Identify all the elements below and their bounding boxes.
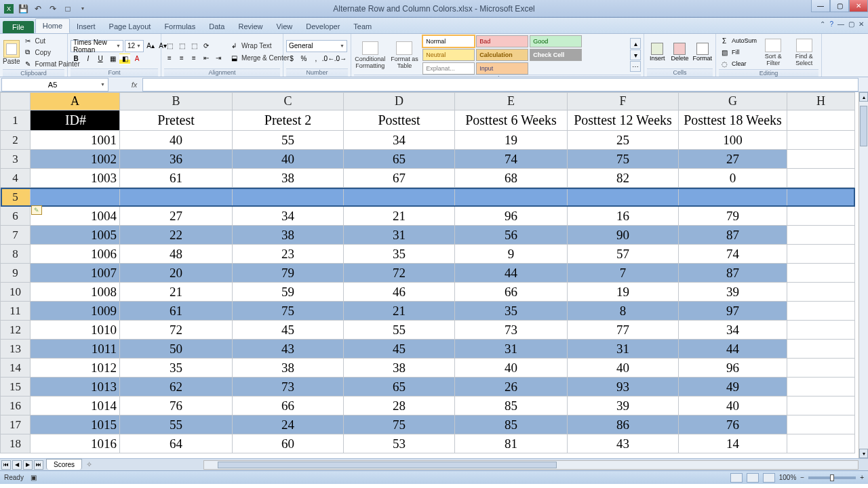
font-color-button[interactable]: A [132,54,142,64]
cell-F15[interactable]: 93 [568,378,679,396]
style-cell-input[interactable]: Input [476,62,528,75]
cell-C17[interactable]: 24 [233,415,344,434]
cell-E17[interactable]: 85 [455,415,568,434]
cell-F11[interactable]: 8 [568,302,679,321]
cell-C2[interactable]: 55 [233,131,344,150]
cell-B17[interactable]: 55 [120,415,233,434]
next-sheet-icon[interactable]: ▶ [23,460,33,470]
cell-G2[interactable]: 100 [679,131,787,150]
underline-button[interactable]: U [95,54,106,64]
cell-F3[interactable]: 75 [568,150,679,169]
cell-F8[interactable]: 57 [568,245,679,264]
insert-cells-button[interactable]: Insert [647,43,667,62]
gallery-up-icon[interactable]: ▴ [630,38,641,49]
cell-A11[interactable]: 1009 [31,302,120,321]
style-cell-good[interactable]: Good [530,35,582,47]
cell-F9[interactable]: 7 [568,264,679,283]
cell-G7[interactable]: 87 [679,226,787,245]
row-header-2[interactable]: 2 [1,131,31,150]
header-cell[interactable] [787,110,855,131]
cell-G11[interactable]: 97 [679,302,787,321]
cell-A8[interactable]: 1006 [31,245,120,264]
cell-G13[interactable]: 44 [679,340,787,359]
tab-file[interactable]: File [3,21,34,33]
cell-H15[interactable] [787,378,855,396]
decrease-indent-icon[interactable]: ⇤ [201,53,212,64]
cell-E14[interactable]: 40 [455,359,568,378]
row-header-8[interactable]: 8 [1,245,31,264]
first-sheet-icon[interactable]: ⏮ [1,460,11,470]
row-header-6[interactable]: 6 [1,207,31,226]
cell-C5[interactable] [233,188,344,207]
macro-record-icon[interactable]: ▣ [31,474,37,481]
cell-D3[interactable]: 65 [344,150,455,169]
cell-H17[interactable] [787,415,855,434]
align-right-icon[interactable]: ≡ [189,53,199,64]
column-header-G[interactable]: G [679,93,787,110]
cell-H10[interactable] [787,283,855,302]
row-header-15[interactable]: 15 [1,378,31,396]
row-header-9[interactable]: 9 [1,264,31,283]
fill-button[interactable]: ▧Fill [719,47,757,58]
tab-insert[interactable]: Insert [70,20,102,33]
cell-C3[interactable]: 40 [233,150,344,169]
row-header-16[interactable]: 16 [1,396,31,415]
cell-G14[interactable]: 96 [679,359,787,378]
zoom-in-icon[interactable]: + [860,474,864,481]
cell-D6[interactable]: 21 [344,207,455,226]
name-box-dropdown-icon[interactable]: ▼ [100,82,105,87]
cell-H6[interactable] [787,207,855,226]
paste-button[interactable]: Paste [3,40,20,65]
column-header-A[interactable]: A [31,93,120,110]
cell-H5[interactable] [787,188,855,207]
cell-D2[interactable]: 34 [344,131,455,150]
zoom-slider-thumb[interactable] [830,474,834,481]
cell-E8[interactable]: 9 [455,245,568,264]
save-icon[interactable]: 💾 [18,3,28,14]
cell-B14[interactable]: 35 [120,359,233,378]
zoom-slider[interactable] [808,476,856,479]
percent-icon[interactable]: % [298,54,309,64]
cell-E12[interactable]: 73 [455,321,568,340]
new-sheet-icon[interactable]: ✧ [86,460,92,469]
cell-E10[interactable]: 66 [455,283,568,302]
qat-dropdown-icon[interactable]: ▼ [77,3,88,14]
format-cells-button[interactable]: Format [692,43,713,62]
cell-C14[interactable]: 38 [233,359,344,378]
prev-sheet-icon[interactable]: ◀ [12,460,22,470]
delete-cells-button[interactable]: Delete [669,43,690,62]
cell-D8[interactable]: 35 [344,245,455,264]
cell-C15[interactable]: 73 [233,378,344,396]
currency-icon[interactable]: $ [286,54,297,64]
cell-B12[interactable]: 72 [120,321,233,340]
border-button[interactable]: ▦ [107,54,118,64]
header-cell[interactable]: ID# [31,110,120,131]
cell-C12[interactable]: 45 [233,321,344,340]
cell-D13[interactable]: 45 [344,340,455,359]
header-cell[interactable]: Posttest [344,110,455,131]
cell-D12[interactable]: 55 [344,321,455,340]
cell-G16[interactable]: 40 [679,396,787,415]
cell-H11[interactable] [787,302,855,321]
cell-C18[interactable]: 60 [233,434,344,453]
align-center-icon[interactable]: ≡ [176,53,187,64]
cell-H7[interactable] [787,226,855,245]
cell-D17[interactable]: 75 [344,415,455,434]
cell-D16[interactable]: 28 [344,396,455,415]
cell-G10[interactable]: 39 [679,283,787,302]
tab-developer[interactable]: Developer [299,20,347,33]
cell-E18[interactable]: 81 [455,434,568,453]
cell-D15[interactable]: 65 [344,378,455,396]
cell-A7[interactable]: 1005 [31,226,120,245]
cell-A5[interactable] [31,188,120,207]
cell-C9[interactable]: 79 [233,264,344,283]
cell-H3[interactable] [787,150,855,169]
cell-F12[interactable]: 77 [568,321,679,340]
row-header-14[interactable]: 14 [1,359,31,378]
cell-A3[interactable]: 1002 [31,150,120,169]
cell-F18[interactable]: 43 [568,434,679,453]
page-break-view-icon[interactable] [763,473,775,483]
window-close2-icon[interactable]: ✕ [859,20,864,28]
zoom-level[interactable]: 100% [779,474,797,481]
gallery-down-icon[interactable]: ▾ [630,49,641,60]
